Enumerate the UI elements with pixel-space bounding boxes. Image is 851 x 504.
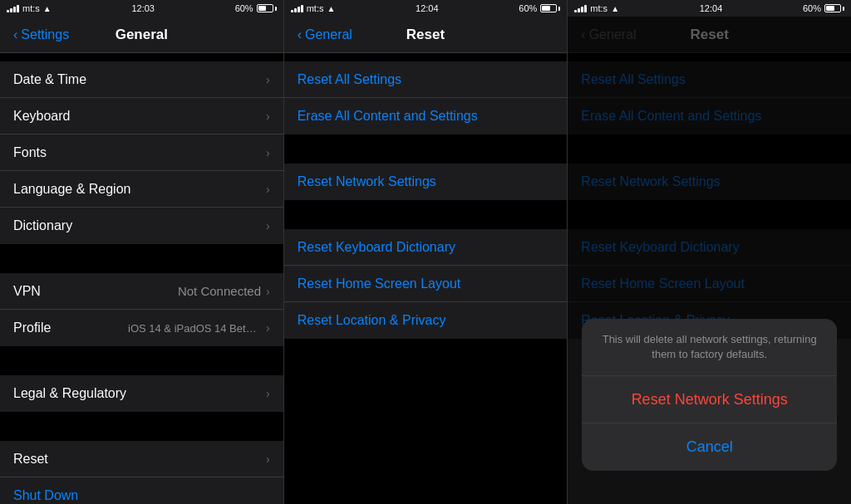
erase-all-content-label: Erase All Content and Settings bbox=[298, 109, 478, 124]
panel-general: ‹ Settings General Date & Time › Keyboar… bbox=[0, 17, 284, 504]
confirm-reset-network-label: Reset Network Settings bbox=[632, 391, 788, 409]
wifi-icon-p2: ▲ bbox=[327, 4, 335, 13]
reset-network-btn[interactable]: Reset Network Settings bbox=[284, 164, 568, 200]
signal-bars-p1 bbox=[7, 5, 19, 12]
cancel-dialog-label: Cancel bbox=[686, 438, 733, 456]
status-left-p3: mt:s ▲ bbox=[574, 3, 619, 13]
time-p3: 12:04 bbox=[700, 3, 723, 13]
signal-bars-p3 bbox=[574, 5, 587, 12]
section-datetime-dict: Date & Time › Keyboard › Fonts › Languag… bbox=[0, 53, 283, 244]
reset-network-label: Reset Network Settings bbox=[298, 174, 436, 189]
chevron-icon: › bbox=[266, 183, 270, 196]
list-item-shutdown[interactable]: Shut Down bbox=[0, 477, 283, 504]
reset-home-screen-label: Reset Home Screen Layout bbox=[298, 276, 461, 291]
reset-keyboard-dict-label: Reset Keyboard Dictionary bbox=[298, 240, 455, 255]
carrier-p3: mt:s bbox=[590, 3, 608, 13]
reset-all-settings-btn[interactable]: Reset All Settings bbox=[284, 61, 568, 98]
chevron-left-icon: ‹ bbox=[298, 27, 302, 42]
back-label-reset: General bbox=[305, 27, 352, 42]
chevron-icon: › bbox=[266, 453, 270, 466]
list-item-keyboard[interactable]: Keyboard › bbox=[0, 98, 283, 135]
chevron-icon: › bbox=[266, 321, 270, 335]
panel-reset-dialog: ‹ General Reset Reset All Settings Erase… bbox=[568, 17, 851, 504]
chevron-icon: › bbox=[266, 110, 270, 123]
list-item-vpn[interactable]: VPN Not Connected › bbox=[0, 273, 283, 310]
reset-keyboard-dict-btn[interactable]: Reset Keyboard Dictionary bbox=[284, 229, 568, 266]
reset-location-privacy-btn[interactable]: Reset Location & Privacy bbox=[284, 302, 568, 339]
reset-label: Reset bbox=[13, 452, 48, 467]
battery-pct-p1: 60% bbox=[235, 3, 253, 13]
signal-bar-1 bbox=[7, 10, 9, 12]
status-left-p2: mt:s ▲ bbox=[291, 3, 336, 13]
status-bar-panel1: mt:s ▲ 12:03 60% bbox=[0, 0, 284, 17]
reset-home-screen-btn[interactable]: Reset Home Screen Layout bbox=[284, 266, 568, 302]
vpn-value: Not Connected bbox=[178, 284, 261, 298]
language-region-label: Language & Region bbox=[13, 182, 130, 197]
list-item-dictionary[interactable]: Dictionary › bbox=[0, 208, 283, 244]
status-bars-row: mt:s ▲ 12:03 60% mt:s ▲ 12:04 60% bbox=[0, 0, 851, 17]
dictionary-label: Dictionary bbox=[13, 218, 72, 233]
reset-group-2: Reset Network Settings bbox=[284, 164, 568, 200]
battery-icon-p1 bbox=[257, 4, 277, 12]
chevron-icon: › bbox=[266, 219, 270, 232]
chevron-icon: › bbox=[266, 285, 270, 298]
profile-label: Profile bbox=[13, 321, 51, 335]
reset-list: Reset All Settings Erase All Content and… bbox=[284, 53, 568, 504]
reset-location-privacy-label: Reset Location & Privacy bbox=[298, 313, 446, 328]
date-time-label: Date & Time bbox=[13, 72, 86, 87]
list-item-date-time[interactable]: Date & Time › bbox=[0, 61, 283, 98]
erase-all-content-btn[interactable]: Erase All Content and Settings bbox=[284, 98, 568, 135]
status-bar-panel3: mt:s ▲ 12:04 60% bbox=[568, 0, 851, 17]
section-legal: Legal & Regulatory › bbox=[0, 375, 283, 412]
section-gap-3 bbox=[0, 346, 283, 375]
status-right-p3: 60% bbox=[803, 3, 844, 13]
section-reset-shutdown: Reset › Shut Down bbox=[0, 441, 283, 504]
time-p1: 12:03 bbox=[131, 3, 155, 13]
nav-title-general: General bbox=[116, 27, 168, 43]
reset-all-settings-label: Reset All Settings bbox=[298, 72, 401, 87]
signal-bars-p2 bbox=[291, 5, 303, 12]
signal-bar-3 bbox=[13, 7, 16, 12]
back-button-reset[interactable]: ‹ General bbox=[298, 27, 352, 42]
section-gap-top bbox=[0, 53, 283, 61]
cancel-dialog-btn[interactable]: Cancel bbox=[582, 423, 837, 471]
list-item-reset[interactable]: Reset › bbox=[0, 441, 283, 477]
list-item-fonts[interactable]: Fonts › bbox=[0, 135, 283, 171]
profile-value: iOS 14 & iPadOS 14 Beta Softwa... bbox=[128, 322, 261, 335]
chevron-left-icon: ‹ bbox=[13, 27, 17, 42]
nav-title-reset: Reset bbox=[406, 27, 445, 43]
carrier-p1: mt:s bbox=[22, 3, 40, 13]
back-button-general[interactable]: ‹ Settings bbox=[13, 27, 69, 42]
wifi-icon-p3: ▲ bbox=[611, 4, 619, 13]
section-gap-4 bbox=[0, 412, 283, 441]
fonts-label: Fonts bbox=[13, 145, 47, 160]
chevron-icon: › bbox=[266, 387, 270, 400]
status-right-p2: 60% bbox=[519, 3, 560, 13]
confirm-reset-network-btn[interactable]: Reset Network Settings bbox=[582, 376, 837, 423]
chevron-icon: › bbox=[266, 146, 270, 159]
general-list: Date & Time › Keyboard › Fonts › Languag… bbox=[0, 53, 283, 504]
vpn-label: VPN bbox=[13, 284, 41, 299]
list-item-profile[interactable]: Profile iOS 14 & iPadOS 14 Beta Softwa..… bbox=[0, 310, 283, 346]
wifi-icon-p1: ▲ bbox=[43, 4, 52, 13]
list-item-legal[interactable]: Legal & Regulatory › bbox=[0, 375, 283, 412]
list-item-language-region[interactable]: Language & Region › bbox=[0, 171, 283, 208]
dialog-message: This will delete all network settings, r… bbox=[582, 319, 837, 376]
battery-pct-p2: 60% bbox=[519, 3, 537, 13]
action-sheet: This will delete all network settings, r… bbox=[582, 319, 837, 471]
status-left-p1: mt:s ▲ bbox=[7, 3, 52, 13]
keyboard-label: Keyboard bbox=[13, 109, 71, 124]
panels-container: ‹ Settings General Date & Time › Keyboar… bbox=[0, 17, 851, 504]
dialog-backdrop: This will delete all network settings, r… bbox=[568, 17, 851, 504]
section-gap-2 bbox=[0, 244, 283, 273]
battery-pct-p3: 60% bbox=[803, 3, 821, 13]
signal-bar-4 bbox=[17, 5, 19, 12]
signal-bar-2 bbox=[10, 8, 12, 12]
nav-bar-general: ‹ Settings General bbox=[0, 17, 283, 53]
nav-bar-reset: ‹ General Reset bbox=[284, 17, 568, 53]
reset-group-3: Reset Keyboard Dictionary Reset Home Scr… bbox=[284, 229, 568, 339]
status-right-p1: 60% bbox=[235, 3, 277, 13]
chevron-icon: › bbox=[266, 73, 270, 86]
status-bar-panel2: mt:s ▲ 12:04 60% bbox=[284, 0, 568, 17]
section-vpn-profile: VPN Not Connected › Profile iOS 14 & iPa… bbox=[0, 273, 283, 346]
